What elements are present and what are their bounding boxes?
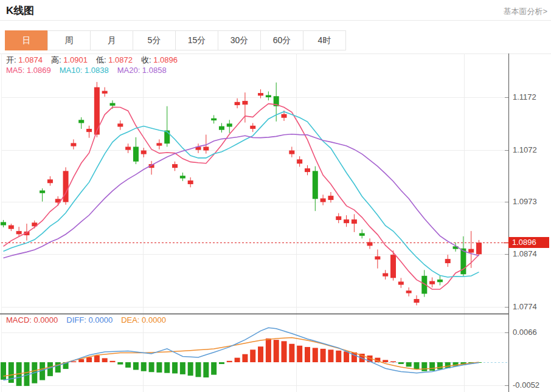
interval-tabbar: 日周月5分15分30分60分4时: [5, 30, 346, 50]
price-tick-label: 1.0973: [513, 197, 549, 206]
legend-item: MACD: 0.0000: [6, 315, 58, 325]
tab-15分[interactable]: 15分: [175, 30, 218, 50]
tab-60分[interactable]: 60分: [260, 30, 303, 50]
macd-tick-label: -0.0052: [513, 380, 549, 390]
macd-histogram: [1, 339, 482, 386]
current-price-badge: 1.0896: [508, 237, 549, 248]
dea-line: [4, 337, 479, 376]
kline-chart-canvas[interactable]: [0, 53, 551, 392]
price-tick-label: 1.0874: [513, 249, 549, 258]
legend-item: DIFF: 0.0000: [66, 315, 113, 325]
macd-legend: MACD: 0.0000DIFF: 0.0000DEA: 0.0000: [6, 315, 175, 325]
legend-item: 高: 1.0901: [51, 55, 88, 64]
fundamental-analysis-link[interactable]: 基本面分析>: [503, 6, 547, 17]
tab-5分[interactable]: 5分: [133, 30, 176, 50]
tab-周[interactable]: 周: [47, 30, 91, 50]
tab-月[interactable]: 月: [90, 30, 133, 50]
tab-30分[interactable]: 30分: [218, 30, 261, 50]
diff-line: [4, 328, 479, 380]
price-tick-label: 1.1072: [513, 145, 549, 154]
ohlc-legend: 开: 1.0874高: 1.0901低: 1.0872收: 1.0896: [6, 55, 186, 66]
header-divider: [0, 20, 551, 21]
macd-lines: [4, 328, 479, 380]
tab-日[interactable]: 日: [5, 30, 48, 50]
kline-app: K线图 基本面分析> 日周月5分15分30分60分4时 开: 1.0874高: …: [0, 0, 551, 392]
price-tick-label: 1.1172: [513, 92, 549, 101]
macd-tick-label: 0.0066: [513, 328, 549, 337]
legend-item: 低: 1.0872: [96, 55, 133, 64]
ma20-line: [4, 134, 479, 258]
ma-legend: MA5: 1.0869MA10: 1.0838MA20: 1.0858: [6, 66, 175, 75]
page-title: K线图: [6, 4, 34, 18]
ma-lines: [4, 104, 479, 289]
legend-item: MA5: 1.0869: [6, 66, 51, 75]
price-tick-label: 1.0774: [513, 302, 549, 311]
legend-item: MA10: 1.0838: [60, 66, 109, 75]
legend-item: DEA: 0.0000: [121, 315, 166, 325]
tab-4时[interactable]: 4时: [303, 30, 346, 50]
legend-item: 开: 1.0874: [6, 55, 43, 64]
legend-item: 收: 1.0896: [141, 55, 178, 64]
ma5-line: [4, 104, 479, 289]
legend-item: MA20: 1.0858: [117, 66, 167, 75]
